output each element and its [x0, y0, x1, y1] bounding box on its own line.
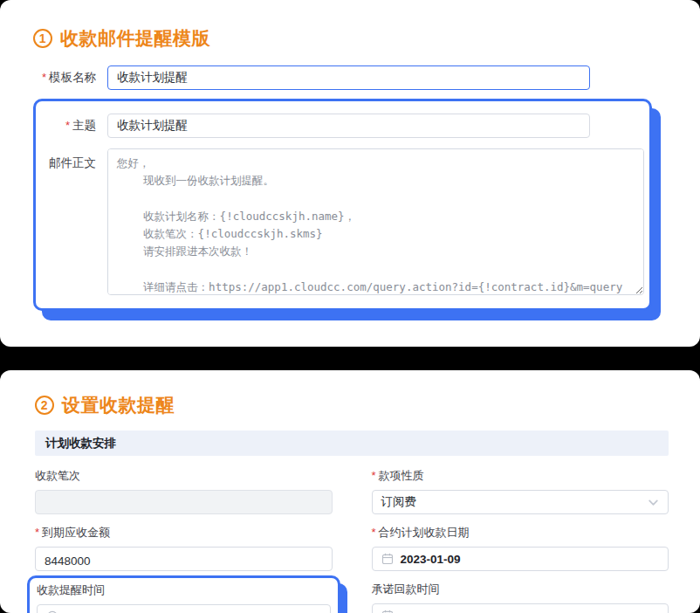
due-amount-label: *到期应收金额: [35, 525, 333, 541]
card-divider-band: [0, 347, 700, 370]
step-1-badge: 1: [33, 29, 52, 48]
template-name-input[interactable]: [107, 65, 590, 90]
payment-no-label: 收款笔次: [35, 468, 333, 484]
remind-time-label: 收款提醒时间: [37, 582, 331, 598]
payment-no-input: [35, 490, 333, 514]
subject-input[interactable]: [107, 114, 590, 138]
section1-title-text: 收款邮件提醒模版: [60, 26, 210, 51]
reminder-settings-card: 2 设置收款提醒 计划收款安排 收款笔次 *款项性质 订阅费 *到期应收金额: [0, 370, 700, 613]
promise-time-input[interactable]: [372, 603, 669, 613]
required-marker: *: [35, 526, 39, 539]
required-marker: *: [372, 469, 376, 482]
step-2-badge: 2: [35, 396, 54, 415]
remind-time-highlight-box: 收款提醒时间 2023-01-06 00:00:00: [27, 575, 340, 613]
remind-time-value: 2023-01-06 00:00:00: [65, 610, 176, 613]
plan-date-label: *合约计划收款日期: [372, 525, 669, 541]
section2-title: 2 设置收款提醒: [35, 393, 669, 417]
section2-title-text: 设置收款提醒: [62, 393, 175, 417]
template-name-row: *模板名称: [33, 65, 700, 90]
email-template-highlight-box: *主题 邮件正文 您好， 现收到一份收款计划提醒。 收款计划名称：{!cloud…: [33, 99, 652, 311]
due-amount-input[interactable]: [35, 547, 333, 571]
field-promise-time: 承诺回款时间: [372, 571, 669, 613]
required-marker: *: [65, 119, 70, 132]
field-payment-nature: *款项性质 订阅费: [372, 458, 669, 514]
payment-nature-value: 订阅费: [381, 494, 417, 510]
email-template-card: 1 收款邮件提醒模版 *模板名称 *主题 邮件正文 您好， 现收到一份收款计划提…: [0, 0, 700, 347]
required-marker: *: [42, 71, 46, 84]
payment-nature-select[interactable]: 订阅费: [372, 490, 669, 514]
chevron-down-icon: [648, 497, 659, 508]
payment-nature-label: *款项性质: [372, 468, 669, 484]
promise-time-label: 承诺回款时间: [372, 582, 669, 597]
calendar-icon: [381, 610, 394, 613]
plan-date-value: 2023-01-09: [401, 553, 461, 566]
subject-row: *主题: [36, 114, 649, 138]
field-payment-no: 收款笔次: [35, 458, 333, 514]
subject-label: *主题: [36, 118, 96, 134]
required-marker: *: [372, 526, 376, 539]
group-header: 计划收款安排: [35, 430, 669, 456]
template-name-label: *模板名称: [33, 70, 96, 86]
field-remind-time: 收款提醒时间 2023-01-06 00:00:00: [35, 571, 333, 613]
plan-date-input[interactable]: 2023-01-09: [372, 547, 669, 571]
field-due-amount: *到期应收金额: [35, 514, 333, 571]
remind-time-input[interactable]: 2023-01-06 00:00:00: [37, 604, 331, 613]
email-body-label: 邮件正文: [36, 155, 96, 171]
field-plan-date: *合约计划收款日期 2023-01-09: [372, 514, 669, 571]
fields-grid: 收款笔次 *款项性质 订阅费 *到期应收金额 *合约计划收款日期: [35, 458, 669, 613]
calendar-icon: [381, 553, 394, 565]
email-body-textarea[interactable]: 您好， 现收到一份收款计划提醒。 收款计划名称：{!cloudccskjh.na…: [107, 148, 644, 295]
section1-title: 1 收款邮件提醒模版: [33, 26, 700, 51]
email-body-row: 邮件正文 您好， 现收到一份收款计划提醒。 收款计划名称：{!cloudccsk…: [36, 148, 649, 295]
